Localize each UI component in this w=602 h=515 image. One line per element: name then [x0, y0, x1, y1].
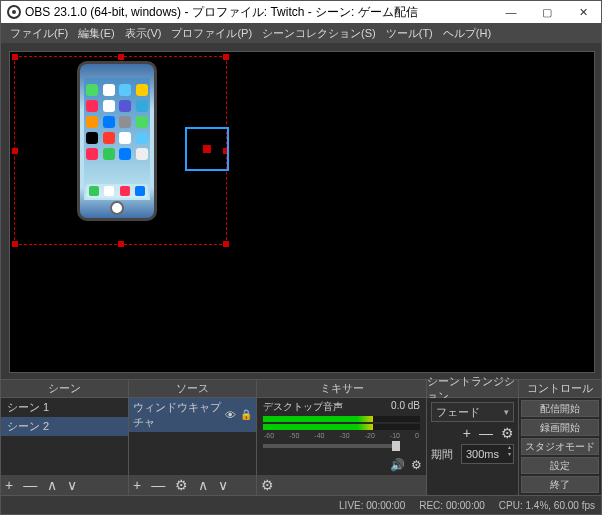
- menu-scenecollection[interactable]: シーンコレクション(S): [257, 24, 381, 43]
- audio-meter: [263, 416, 420, 422]
- status-live: LIVE: 00:00:00: [339, 500, 405, 511]
- scenes-toolbar: + — ∧ ∨: [1, 475, 128, 495]
- status-rec: REC: 00:00:00: [419, 500, 485, 511]
- maximize-button[interactable]: ▢: [529, 1, 565, 23]
- window-buttons: — ▢ ✕: [493, 1, 601, 23]
- transition-gear-icon[interactable]: ⚙: [501, 426, 514, 440]
- mixer-header: ミキサー: [257, 380, 426, 398]
- resize-handle-bl[interactable]: [12, 241, 18, 247]
- controls-body: 配信開始 録画開始 スタジオモード 設定 終了: [519, 398, 601, 495]
- speaker-icon[interactable]: 🔊: [390, 459, 405, 471]
- transition-select[interactable]: フェード: [431, 402, 514, 422]
- sources-toolbar: + — ⚙ ∧ ∨: [129, 475, 256, 495]
- resize-handle-tm[interactable]: [118, 54, 124, 60]
- resize-handle-ml[interactable]: [12, 148, 18, 154]
- controls-dock: コントロール 配信開始 録画開始 スタジオモード 設定 終了: [519, 380, 601, 495]
- mixer-settings-gear-icon[interactable]: ⚙: [261, 478, 274, 492]
- scene-up-button[interactable]: ∧: [47, 478, 57, 492]
- source-up-button[interactable]: ∧: [198, 478, 208, 492]
- transitions-header: シーントランジション: [427, 380, 518, 398]
- preview-canvas[interactable]: [9, 51, 595, 373]
- resize-handle-tr[interactable]: [223, 54, 229, 60]
- controls-header: コントロール: [519, 380, 601, 398]
- captured-window-phone: [77, 61, 157, 221]
- duration-label: 期間: [431, 447, 457, 462]
- scene-down-button[interactable]: ∨: [67, 478, 77, 492]
- resize-handle-bm[interactable]: [118, 241, 124, 247]
- menu-view[interactable]: 表示(V): [120, 24, 167, 43]
- scenes-dock: シーン シーン 1 シーン 2 + — ∧ ∨: [1, 380, 129, 495]
- mixer-track-db: 0.0 dB: [391, 400, 420, 414]
- docks-row: シーン シーン 1 シーン 2 + — ∧ ∨ ソース ウィンドウキャプチャ: [1, 379, 601, 496]
- remove-scene-button[interactable]: —: [23, 478, 37, 492]
- sources-list[interactable]: ウィンドウキャプチャ 👁 🔒: [129, 398, 256, 475]
- start-record-button[interactable]: 録画開始: [521, 419, 599, 436]
- titlebar[interactable]: OBS 23.1.0 (64-bit, windows) - プロファイル: T…: [1, 1, 601, 23]
- menu-file[interactable]: ファイル(F): [5, 24, 73, 43]
- menu-help[interactable]: ヘルプ(H): [438, 24, 496, 43]
- mixer-track: デスクトップ音声 0.0 dB -60-50-40-30-20-100: [257, 398, 426, 452]
- scenes-list[interactable]: シーン 1 シーン 2: [1, 398, 128, 475]
- add-source-button[interactable]: +: [133, 478, 141, 492]
- scene-item-1[interactable]: シーン 1: [1, 398, 128, 417]
- mixer-toolbar: ⚙: [257, 475, 426, 495]
- sources-dock: ソース ウィンドウキャプチャ 👁 🔒 + — ⚙ ∧ ∨: [129, 380, 257, 495]
- app-window: OBS 23.1.0 (64-bit, windows) - プロファイル: T…: [0, 0, 602, 515]
- remove-source-button[interactable]: —: [151, 478, 165, 492]
- mixer-track-name: デスクトップ音声: [263, 400, 391, 414]
- volume-slider[interactable]: [263, 444, 398, 448]
- menu-edit[interactable]: 編集(E): [73, 24, 120, 43]
- close-button[interactable]: ✕: [565, 1, 601, 23]
- add-transition-button[interactable]: +: [463, 426, 471, 440]
- menu-bar: ファイル(F) 編集(E) 表示(V) プロファイル(P) シーンコレクション(…: [1, 23, 601, 43]
- mixer-dock: ミキサー デスクトップ音声 0.0 dB -60-50-40-30-20-100: [257, 380, 427, 495]
- add-scene-button[interactable]: +: [5, 478, 13, 492]
- sources-header: ソース: [129, 380, 256, 398]
- transitions-dock: シーントランジション フェード + — ⚙ 期間 300ms: [427, 380, 519, 495]
- remove-transition-button[interactable]: —: [479, 426, 493, 440]
- source-down-button[interactable]: ∨: [218, 478, 228, 492]
- window-title: OBS 23.1.0 (64-bit, windows) - プロファイル: T…: [25, 4, 493, 21]
- resize-handle-br[interactable]: [223, 241, 229, 247]
- meter-ticks: -60-50-40-30-20-100: [263, 432, 420, 440]
- settings-button[interactable]: 設定: [521, 457, 599, 474]
- mixer-icons: 🔊 ⚙: [390, 459, 422, 471]
- resize-handle-tl[interactable]: [12, 54, 18, 60]
- exit-button[interactable]: 終了: [521, 476, 599, 493]
- status-cpu: CPU: 1.4%, 60.00 fps: [499, 500, 595, 511]
- mixer-gear-icon[interactable]: ⚙: [411, 459, 422, 471]
- audio-meter-2: [263, 424, 420, 430]
- duration-spinbox[interactable]: 300ms: [461, 444, 514, 464]
- mixer-body: デスクトップ音声 0.0 dB -60-50-40-30-20-100 🔊 ⚙: [257, 398, 426, 475]
- minimize-button[interactable]: —: [493, 1, 529, 23]
- slider-thumb[interactable]: [392, 441, 400, 451]
- lock-icon[interactable]: 🔒: [240, 410, 252, 420]
- source-props-gear-icon[interactable]: ⚙: [175, 478, 188, 492]
- visibility-eye-icon[interactable]: 👁: [225, 410, 236, 421]
- start-stream-button[interactable]: 配信開始: [521, 400, 599, 417]
- studio-mode-button[interactable]: スタジオモード: [521, 438, 599, 455]
- preview-area: [1, 43, 601, 379]
- crop-indicator[interactable]: [185, 127, 229, 171]
- scene-item-2[interactable]: シーン 2: [1, 417, 128, 436]
- source-name: ウィンドウキャプチャ: [133, 400, 225, 430]
- transitions-body: フェード + — ⚙ 期間 300ms: [427, 398, 518, 495]
- obs-logo-icon: [7, 5, 21, 19]
- menu-profile[interactable]: プロファイル(P): [166, 24, 257, 43]
- menu-tools[interactable]: ツール(T): [381, 24, 438, 43]
- source-item[interactable]: ウィンドウキャプチャ 👁 🔒: [129, 398, 256, 432]
- status-bar: LIVE: 00:00:00 REC: 00:00:00 CPU: 1.4%, …: [1, 496, 601, 514]
- scenes-header: シーン: [1, 380, 128, 398]
- client-area: シーン シーン 1 シーン 2 + — ∧ ∨ ソース ウィンドウキャプチャ: [1, 43, 601, 514]
